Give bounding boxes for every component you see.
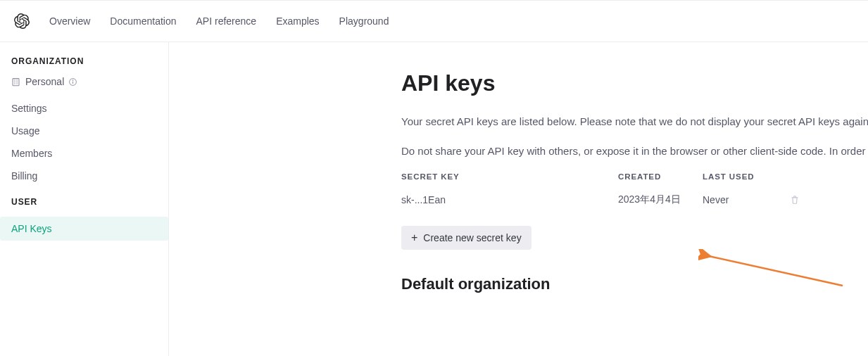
nav-playground[interactable]: Playground bbox=[339, 15, 389, 27]
col-header-created: CREATED bbox=[618, 172, 703, 181]
info-icon bbox=[68, 77, 78, 87]
sidebar-item-usage[interactable]: Usage bbox=[11, 120, 168, 142]
sidebar: ORGANIZATION Personal Settings Usage Mem… bbox=[0, 42, 169, 356]
create-secret-key-button[interactable]: + Create new secret key bbox=[401, 226, 532, 250]
col-header-secret-key: SECRET KEY bbox=[401, 172, 618, 181]
cell-secret-key: sk-...1Ean bbox=[401, 194, 618, 205]
svg-point-9 bbox=[73, 80, 73, 80]
sidebar-item-settings[interactable]: Settings bbox=[11, 97, 168, 120]
top-nav: Overview Documentation API reference Exa… bbox=[0, 0, 868, 42]
page-title: API keys bbox=[401, 70, 868, 96]
table-header-row: SECRET KEY CREATED LAST USED bbox=[401, 172, 868, 181]
sidebar-heading-user: USER bbox=[11, 197, 168, 207]
sidebar-heading-organization: ORGANIZATION bbox=[11, 56, 168, 66]
nav-examples[interactable]: Examples bbox=[276, 15, 319, 27]
plus-icon: + bbox=[411, 232, 417, 243]
trash-icon[interactable] bbox=[790, 195, 811, 205]
api-keys-table: SECRET KEY CREATED LAST USED sk-...1Ean … bbox=[401, 172, 868, 206]
sidebar-item-api-keys[interactable]: API Keys bbox=[0, 217, 168, 241]
table-row: sk-...1Ean 2023年4月4日 Never bbox=[401, 193, 868, 206]
svg-rect-0 bbox=[13, 78, 19, 85]
intro-paragraph-1: Your secret API keys are listed below. P… bbox=[401, 113, 868, 130]
sidebar-org-name: Personal bbox=[25, 76, 64, 87]
cell-last-used: Never bbox=[703, 194, 790, 205]
sidebar-item-members[interactable]: Members bbox=[11, 142, 168, 165]
nav-overview[interactable]: Overview bbox=[49, 15, 90, 27]
main-content: API keys Your secret API keys are listed… bbox=[169, 42, 868, 356]
nav-documentation[interactable]: Documentation bbox=[110, 15, 176, 27]
sidebar-item-billing[interactable]: Billing bbox=[11, 165, 168, 187]
building-icon bbox=[11, 77, 21, 87]
nav-api-reference[interactable]: API reference bbox=[196, 15, 257, 27]
cell-created: 2023年4月4日 bbox=[618, 193, 703, 206]
intro-paragraph-2: Do not share your API key with others, o… bbox=[401, 143, 868, 160]
openai-logo-icon[interactable] bbox=[14, 13, 30, 29]
create-button-label: Create new secret key bbox=[423, 232, 521, 243]
sidebar-org-selector[interactable]: Personal bbox=[11, 76, 168, 87]
default-organization-heading: Default organization bbox=[401, 275, 868, 293]
col-header-last-used: LAST USED bbox=[703, 172, 790, 181]
